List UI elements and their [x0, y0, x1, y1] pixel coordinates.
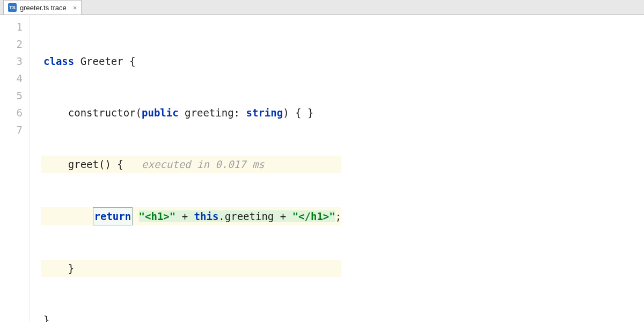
typescript-icon: TS [8, 3, 17, 12]
editor-tab[interactable]: TS greeter.ts trace × [3, 0, 82, 14]
code-area[interactable]: class Greeter { constructor(public greet… [30, 15, 341, 322]
editor-tab-label: greeter.ts trace [20, 4, 67, 12]
editor-tab-strip: TS greeter.ts trace × [0, 0, 644, 15]
execution-hint: executed in 0.017 ms [142, 158, 265, 170]
close-icon[interactable]: × [73, 4, 77, 12]
line-gutter: 1 2 3 4 5 6 7 [0, 15, 30, 322]
code-editor[interactable]: 1 2 3 4 5 6 7 class Greeter { constructo… [0, 15, 644, 322]
